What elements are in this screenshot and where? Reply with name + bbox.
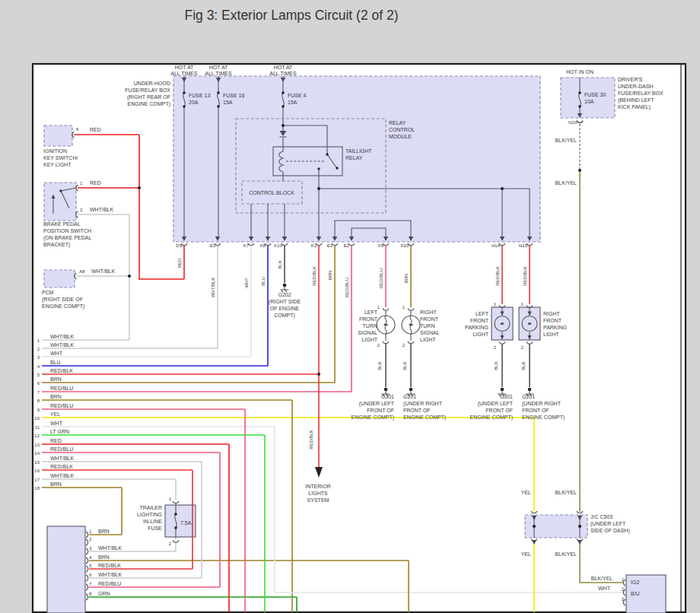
- svg-text:LIGHTING: LIGHTING: [137, 512, 162, 517]
- blk-wire-label: BLK: [377, 361, 382, 370]
- svg-text:(UNDER LEFT: (UNDER LEFT: [359, 401, 395, 407]
- ignition-key-switch-box: [44, 125, 72, 146]
- svg-text:BLU: BLU: [50, 360, 61, 365]
- svg-text:11: 11: [35, 425, 40, 430]
- svg-text:FRONT OF: FRONT OF: [403, 408, 431, 413]
- svg-text:RED/BLK: RED/BLK: [523, 266, 527, 286]
- svg-text:WHT: WHT: [50, 351, 63, 356]
- svg-text:FRONT: FRONT: [470, 318, 489, 323]
- hot-label: HOT AT: [175, 65, 194, 70]
- hot-in-on-label: HOT IN ON: [566, 69, 593, 75]
- ig2-wire2-label: WHT: [598, 586, 611, 591]
- right-turn-label: RIGHT: [420, 310, 438, 315]
- svg-text:LIGHT: LIGHT: [543, 332, 559, 337]
- svg-text:ENGINE COMPT): ENGINE COMPT): [352, 414, 394, 421]
- ig2-wire1-label: BLK/YEL: [591, 576, 613, 581]
- svg-text:K1: K1: [311, 243, 317, 248]
- svg-text:H14: H14: [492, 243, 501, 248]
- svg-text:D9: D9: [176, 243, 182, 248]
- svg-text:ENGINE COMPT): ENGINE COMPT): [470, 414, 513, 421]
- svg-text:(BEHIND LEFT: (BEHIND LEFT: [618, 97, 655, 103]
- blkyel-label: BLK/YEL: [555, 180, 578, 186]
- hot-label: HOT AT: [274, 65, 293, 70]
- svg-text:(RIGHT REAR OF: (RIGHT REAR OF: [127, 94, 170, 100]
- junction-dot: [138, 186, 141, 189]
- interior-wire-label: RED/BLK: [309, 430, 313, 449]
- svg-text:RELAY: RELAY: [345, 155, 363, 160]
- hot-label: HOT AT: [209, 65, 228, 70]
- svg-text:F20: F20: [401, 243, 409, 248]
- svg-text:BLK: BLK: [494, 361, 498, 370]
- svg-text:15: 15: [34, 460, 40, 465]
- blkyel-label: BLK/YEL: [555, 138, 578, 143]
- svg-text:15A: 15A: [223, 100, 233, 105]
- svg-text:20A: 20A: [189, 100, 199, 105]
- svg-text:POSITION SWITCH: POSITION SWITCH: [43, 228, 91, 233]
- brake-pedal-switch-box: [44, 183, 76, 221]
- svg-text:15A: 15A: [288, 100, 298, 105]
- svg-text:GRN: GRN: [98, 591, 110, 596]
- driver-box-label: DRIVER'S: [618, 77, 643, 82]
- svg-text:10: 10: [34, 416, 40, 421]
- svg-text:F9: F9: [378, 243, 384, 248]
- svg-text:WHT/BLK: WHT/BLK: [50, 456, 74, 461]
- svg-text:BRN: BRN: [98, 554, 110, 560]
- svg-text:KEY LIGHT: KEY LIGHT: [43, 162, 72, 167]
- g301-label: G301: [381, 394, 394, 399]
- svg-text:(UNDER LEFT: (UNDER LEFT: [590, 521, 626, 527]
- svg-text:PARKING: PARKING: [465, 325, 488, 330]
- svg-text:RED/BLK: RED/BLK: [98, 563, 121, 568]
- svg-text:RED/BLU: RED/BLU: [50, 446, 73, 452]
- driver-underdash-box: [561, 78, 615, 118]
- brake-label: BRAKE PEDAL: [43, 221, 81, 227]
- pcm-box: [44, 270, 75, 287]
- svg-text:UNDER-DASH: UNDER-DASH: [618, 84, 654, 89]
- svg-text:E2: E2: [344, 243, 350, 248]
- svg-text:17: 17: [34, 478, 40, 482]
- svg-text:16: 16: [34, 468, 40, 473]
- relay-module-label: RELAY: [389, 120, 406, 125]
- svg-text:FUSE: FUSE: [148, 526, 162, 531]
- control-block-label: CONTROL BLOCK: [249, 190, 294, 195]
- svg-text:LIGHT: LIGHT: [361, 337, 377, 342]
- svg-text:IN-LINE: IN-LINE: [143, 519, 162, 524]
- n20-pin-label: N20: [568, 120, 578, 125]
- svg-text:RED: RED: [177, 258, 182, 268]
- left-turn-label: LEFT: [364, 310, 378, 315]
- svg-text:18: 18: [34, 486, 40, 491]
- svg-text:FRONT: FRONT: [359, 316, 378, 322]
- brake-wire1-label: RED: [90, 180, 101, 186]
- interior-lights-label: INTERIOR: [305, 484, 330, 489]
- svg-text:(UNDER RIGHT: (UNDER RIGHT: [522, 401, 562, 407]
- svg-text:ALL TIMES: ALL TIMES: [205, 71, 232, 76]
- svg-text:TURN: TURN: [420, 323, 434, 329]
- fuse16-label: FUSE 16: [223, 93, 245, 98]
- svg-text:BLU: BLU: [261, 277, 266, 286]
- svg-text:ALL TIMES: ALL TIMES: [170, 71, 198, 76]
- blkyel-label: BLK/YEL: [555, 551, 578, 557]
- svg-text:SIDE OF DASH): SIDE OF DASH): [590, 528, 630, 534]
- svg-text:FRONT OF: FRONT OF: [522, 408, 549, 413]
- svg-text:BRN: BRN: [404, 274, 409, 284]
- svg-text:RED/BLK: RED/BLK: [495, 266, 500, 286]
- svg-text:(UNDER RIGHT: (UNDER RIGHT: [403, 401, 443, 407]
- svg-text:BLK: BLK: [402, 361, 407, 370]
- trailer-fuse-amp: 7.5A: [180, 520, 192, 526]
- svg-text:FUSE/RELAY BOX: FUSE/RELAY BOX: [125, 87, 170, 93]
- figure-title: Fig 3: Exterior Lamps Circuit (2 of 2): [184, 8, 398, 23]
- svg-text:KEY SWITCH/: KEY SWITCH/: [43, 155, 78, 160]
- yel-label: YEL: [521, 551, 531, 557]
- svg-text:BRN: BRN: [50, 481, 62, 487]
- fuse4-label: FUSE 4: [288, 93, 307, 98]
- svg-text:OF ENGINE: OF ENGINE: [270, 306, 300, 311]
- svg-text:FRONT: FRONT: [420, 316, 439, 322]
- svg-text:WHT: WHT: [50, 421, 63, 426]
- trailer-connector-box: [47, 526, 85, 613]
- ignition-label: IGNITION: [43, 148, 67, 154]
- trailer-fuse-label: TRAILER: [139, 505, 162, 510]
- svg-text:RED: RED: [50, 438, 62, 443]
- svg-text:H15: H15: [519, 243, 528, 248]
- svg-text:BRN: BRN: [50, 376, 62, 382]
- underhood-box-label: UNDER-HOOD: [134, 81, 170, 86]
- g202-label: G202: [278, 292, 291, 297]
